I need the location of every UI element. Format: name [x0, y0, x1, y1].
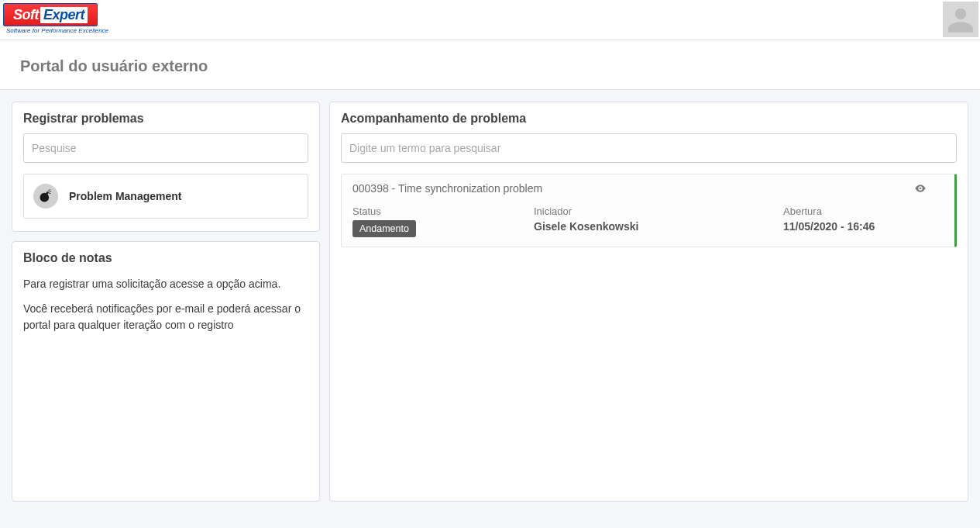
brand-logo: Soft Expert Software for Performance Exc…	[3, 3, 108, 34]
status-label: Status	[352, 205, 534, 217]
user-avatar[interactable]	[943, 2, 978, 37]
register-panel: Registrar problemas Problem Management	[12, 102, 320, 232]
bomb-icon	[33, 184, 58, 209]
logo-soft-text: Soft	[13, 7, 39, 23]
notes-body: Para registrar uma solicitação acesse a …	[23, 276, 308, 342]
card-title: 000398 - Time synchronization problem	[352, 182, 944, 195]
content-area: Registrar problemas Problem Management B…	[0, 90, 980, 513]
notes-panel: Bloco de notas Para registrar uma solici…	[12, 241, 320, 502]
title-bar: Portal do usuário externo	[0, 40, 980, 90]
logo-tagline: Software for Performance Excellence	[6, 27, 108, 34]
notes-title: Bloco de notas	[23, 251, 308, 265]
logo-expert-text: Expert	[43, 7, 84, 22]
notes-line-2: Você receberá notificações por e-mail e …	[23, 301, 308, 333]
tracking-card[interactable]: 000398 - Time synchronization problem St…	[341, 174, 957, 247]
initiator-value: Gisele Kosenkowski	[534, 220, 783, 233]
svg-point-0	[40, 193, 50, 202]
category-problem-management[interactable]: Problem Management	[23, 174, 308, 219]
view-icon[interactable]	[914, 182, 927, 197]
register-search-input[interactable]	[23, 133, 308, 163]
page-title: Portal do usuário externo	[20, 57, 960, 75]
status-badge: Andamento	[352, 220, 416, 237]
register-title: Registrar problemas	[23, 112, 308, 126]
notes-line-1: Para registrar uma solicitação acesse a …	[23, 276, 308, 292]
initiator-label: Iniciador	[534, 205, 783, 217]
topbar: Soft Expert Software for Performance Exc…	[0, 0, 980, 40]
tracking-panel: Acompanhamento de problema 000398 - Time…	[329, 102, 968, 502]
person-icon	[945, 4, 976, 35]
tracking-title: Acompanhamento de problema	[341, 112, 957, 126]
opened-label: Abertura	[783, 205, 944, 217]
category-label: Problem Management	[69, 190, 181, 202]
tracking-search-input[interactable]	[341, 133, 957, 163]
opened-value: 11/05/2020 - 16:46	[783, 220, 944, 233]
